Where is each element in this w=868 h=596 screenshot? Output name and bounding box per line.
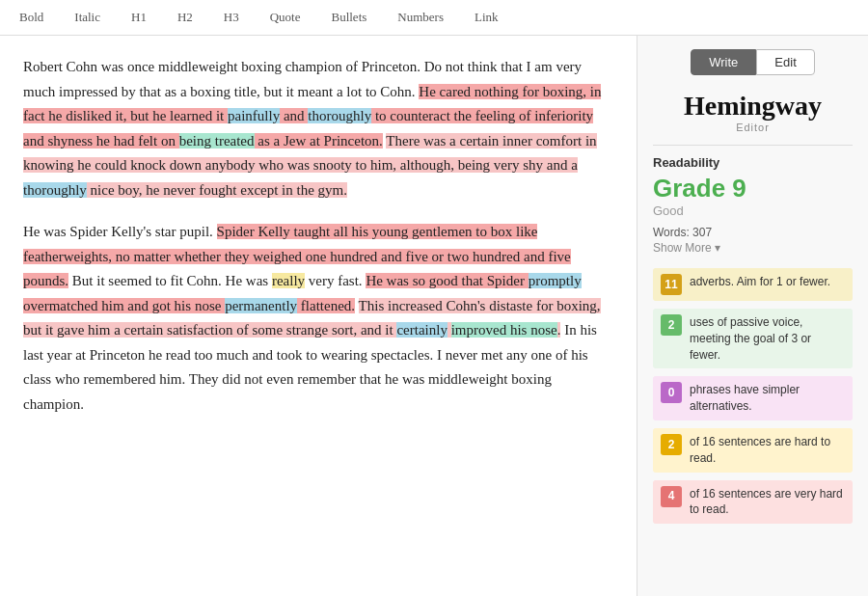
stat-hard-text: of 16 sentences are hard to read. [690, 434, 845, 467]
italic-button[interactable]: Italic [70, 8, 104, 27]
mode-toggle: Write Edit [653, 49, 853, 75]
badge-hard: 2 [661, 434, 682, 455]
stat-adverb-text: adverbs. Aim for 1 or fewer. [690, 274, 830, 290]
link-button[interactable]: Link [471, 8, 502, 27]
stat-passive: 2 uses of passive voice, meeting the goa… [653, 309, 853, 368]
edit-mode-button[interactable]: Edit [756, 49, 814, 75]
words-count: Words: 307 [653, 226, 853, 239]
grade-number: Grade 9 [653, 174, 853, 203]
app-title: Hemingway Editor [653, 91, 853, 133]
quote-button[interactable]: Quote [266, 8, 305, 27]
badge-simpler: 0 [661, 382, 682, 403]
h3-button[interactable]: H3 [220, 8, 243, 27]
stat-simpler: 0 phrases have simpler alternatives. [653, 376, 853, 420]
paragraph-1: Robert Cohn was once middleweight boxing… [23, 55, 613, 203]
editor-area[interactable]: Robert Cohn was once middleweight boxing… [0, 36, 637, 596]
bold-button[interactable]: Bold [15, 8, 47, 27]
readability-label: Readability [653, 155, 853, 170]
main-layout: Robert Cohn was once middleweight boxing… [0, 36, 868, 596]
grade-quality: Good [653, 203, 853, 218]
stat-vhard: 4 of 16 sentences are very hard to read. [653, 480, 853, 525]
toolbar: Bold Italic H1 H2 H3 Quote Bullets Numbe… [0, 0, 868, 36]
paragraph-2: He was Spider Kelly's star pupil. Spider… [23, 220, 613, 417]
bullets-button[interactable]: Bullets [327, 8, 370, 27]
badge-passive: 2 [661, 314, 682, 336]
divider-1 [653, 145, 853, 146]
highlight-blue-6: certainly [396, 322, 447, 338]
highlight-green-1: being treated [179, 133, 255, 149]
highlight-blue-5: permanently [225, 298, 297, 313]
highlight-green-2: improved his nose [451, 322, 557, 338]
numbers-button[interactable]: Numbers [393, 8, 448, 27]
highlight-blue-1: painfully [228, 108, 280, 123]
h2-button[interactable]: H2 [174, 8, 197, 27]
highlight-yellow-1: really [272, 273, 305, 288]
sidebar: Write Edit Hemingway Editor Readability … [637, 36, 868, 596]
highlight-blue-2: thoroughly [308, 108, 371, 123]
highlight-blue-3: thoroughly [23, 182, 87, 198]
stat-passive-text: uses of passive voice, meeting the goal … [690, 314, 845, 363]
stat-vhard-text: of 16 sentences are very hard to read. [690, 486, 845, 519]
stat-hard: 2 of 16 sentences are hard to read. [653, 428, 853, 473]
stat-adverb: 11 adverbs. Aim for 1 or fewer. [653, 268, 853, 301]
stat-simpler-text: phrases have simpler alternatives. [690, 382, 845, 415]
badge-adverb: 11 [661, 274, 682, 295]
app-name: Hemingway [653, 91, 853, 122]
write-mode-button[interactable]: Write [691, 49, 756, 75]
badge-vhard: 4 [661, 486, 682, 507]
app-subtitle: Editor [653, 122, 853, 133]
highlight-blue-4: promptly [529, 273, 582, 288]
show-more-button[interactable]: Show More ▾ [653, 241, 853, 255]
h1-button[interactable]: H1 [127, 8, 150, 27]
